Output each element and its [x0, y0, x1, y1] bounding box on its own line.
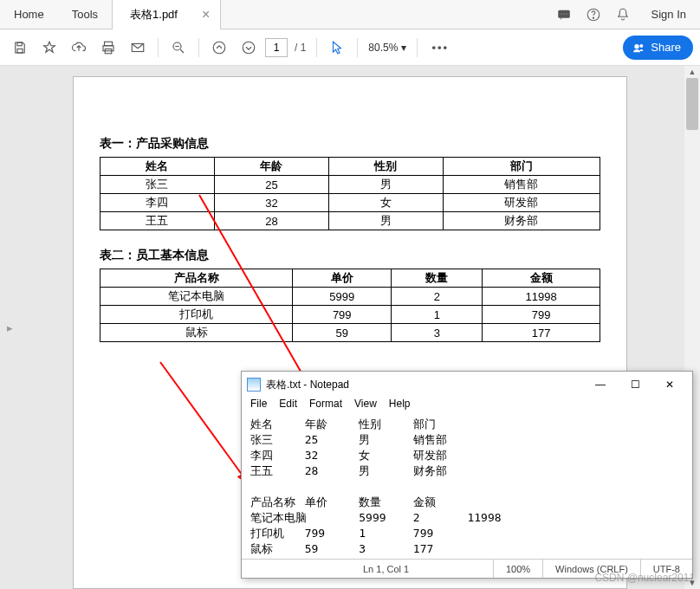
- table-cell: 研发部: [443, 194, 600, 212]
- bell-icon[interactable]: [608, 0, 638, 29]
- svg-point-2: [563, 13, 565, 15]
- svg-point-15: [635, 44, 639, 49]
- table1: 姓名年龄性别部门张三25男销售部李四32女研发部王五28男财务部: [100, 157, 600, 230]
- page-down-icon[interactable]: [236, 35, 262, 61]
- chevron-down-icon: ▾: [401, 42, 406, 54]
- table-cell: 32: [214, 194, 328, 212]
- table2: 产品名称单价数量金额笔记本电脑5999211998打印机7991799鼠标593…: [100, 269, 600, 342]
- table-cell: 笔记本电脑: [100, 288, 293, 306]
- scroll-up-icon[interactable]: ▲: [684, 66, 700, 78]
- table-cell: 男: [328, 176, 443, 194]
- save-icon[interactable]: [7, 35, 33, 61]
- left-rail-toggle[interactable]: ▸: [0, 66, 19, 589]
- svg-point-1: [561, 13, 562, 15]
- zoom-dropdown[interactable]: 80.5%▾: [365, 42, 410, 54]
- mail-icon[interactable]: [125, 35, 151, 61]
- chat-icon[interactable]: [549, 0, 579, 29]
- table-row: 笔记本电脑5999211998: [100, 288, 600, 306]
- svg-rect-6: [17, 42, 22, 46]
- zoom-out-icon[interactable]: [165, 35, 191, 61]
- table-cell: 3: [392, 324, 483, 342]
- notepad-window: 表格.txt - Notepad — ☐ ✕ File Edit Format …: [241, 371, 693, 579]
- table-row: 王五28男财务部: [100, 212, 600, 230]
- table-header: 数量: [392, 269, 483, 288]
- menu-home[interactable]: Home: [0, 0, 58, 29]
- minimize-button[interactable]: —: [583, 372, 618, 397]
- toolbar: / 1 80.5%▾ ••• Share: [0, 29, 700, 66]
- tab-title: 表格1.pdf: [130, 7, 178, 23]
- menu-tools[interactable]: Tools: [58, 0, 112, 29]
- table-cell: 鼠标: [100, 324, 293, 342]
- table-row: 李四32女研发部: [100, 194, 600, 212]
- svg-point-16: [640, 44, 644, 48]
- table-header: 年龄: [214, 158, 328, 176]
- table-cell: 李四: [100, 194, 215, 212]
- watermark: CSDN @nuclear2011: [594, 572, 695, 584]
- svg-point-14: [243, 42, 255, 54]
- svg-point-5: [593, 17, 593, 18]
- table-row: 鼠标593177: [100, 324, 600, 342]
- notepad-menubar: File Edit Format View Help: [242, 398, 692, 415]
- table-header: 性别: [328, 158, 443, 176]
- svg-point-3: [566, 13, 567, 15]
- print-icon[interactable]: [95, 35, 121, 61]
- np-menu-edit[interactable]: Edit: [279, 398, 297, 415]
- star-icon[interactable]: [36, 35, 62, 61]
- page-number-input[interactable]: [265, 38, 288, 57]
- np-menu-file[interactable]: File: [250, 398, 267, 415]
- notepad-titlebar[interactable]: 表格.txt - Notepad — ☐ ✕: [242, 372, 692, 398]
- np-menu-help[interactable]: Help: [389, 398, 411, 415]
- table-cell: 177: [483, 324, 600, 342]
- svg-rect-8: [105, 42, 113, 46]
- table-row: 张三25男销售部: [100, 176, 600, 194]
- upload-cloud-icon[interactable]: [66, 35, 92, 61]
- table-cell: 张三: [100, 176, 215, 194]
- table2-title: 表二：员工基本信息: [100, 248, 600, 263]
- table-cell: 799: [483, 306, 600, 324]
- table1-title: 表一：产品采购信息: [100, 136, 600, 152]
- table-cell: 1: [392, 306, 483, 324]
- notepad-title: 表格.txt - Notepad: [266, 378, 349, 392]
- more-icon[interactable]: •••: [425, 41, 456, 54]
- help-icon[interactable]: [579, 0, 608, 29]
- table-cell: 财务部: [443, 212, 600, 230]
- table-cell: 销售部: [443, 176, 600, 194]
- np-cursor-pos: Ln 1, Col 1: [242, 560, 493, 578]
- document-tab[interactable]: 表格1.pdf ×: [112, 0, 221, 29]
- notepad-textarea[interactable]: 姓名 年龄 性别 部门 张三 25 男 销售部 李四 32 女 研发部 王五 2…: [242, 415, 692, 559]
- table-header: 金额: [483, 269, 600, 288]
- table-cell: 2: [392, 288, 483, 306]
- share-button[interactable]: Share: [623, 36, 693, 60]
- table-cell: 男: [328, 212, 443, 230]
- app-menubar: Home Tools 表格1.pdf × Sign In: [0, 0, 700, 29]
- table-cell: 28: [214, 212, 328, 230]
- table-cell: 王五: [100, 212, 215, 230]
- maximize-button[interactable]: ☐: [618, 372, 652, 397]
- np-zoom: 100%: [493, 560, 542, 578]
- close-tab-icon[interactable]: ×: [202, 7, 210, 23]
- table-cell: 打印机: [100, 306, 293, 324]
- scroll-thumb[interactable]: [686, 78, 698, 130]
- page-total-label: / 1: [291, 42, 309, 54]
- table-cell: 59: [293, 324, 392, 342]
- table-header: 姓名: [100, 158, 215, 176]
- table-header: 产品名称: [100, 269, 293, 288]
- page-up-icon[interactable]: [206, 35, 232, 61]
- cursor-icon[interactable]: [324, 35, 350, 61]
- table-cell: 799: [293, 306, 392, 324]
- table-header: 部门: [443, 158, 600, 176]
- table-row: 打印机7991799: [100, 306, 600, 324]
- table-cell: 11998: [483, 288, 600, 306]
- sign-in-button[interactable]: Sign In: [638, 0, 700, 29]
- table-cell: 5999: [293, 288, 392, 306]
- np-menu-format[interactable]: Format: [309, 398, 342, 415]
- np-menu-view[interactable]: View: [354, 398, 377, 415]
- table-header: 单价: [293, 269, 392, 288]
- svg-point-13: [213, 42, 225, 54]
- table-cell: 25: [214, 176, 328, 194]
- close-button[interactable]: ✕: [652, 372, 687, 397]
- table-cell: 女: [328, 194, 443, 212]
- notepad-app-icon: [247, 378, 261, 392]
- svg-rect-7: [17, 49, 23, 53]
